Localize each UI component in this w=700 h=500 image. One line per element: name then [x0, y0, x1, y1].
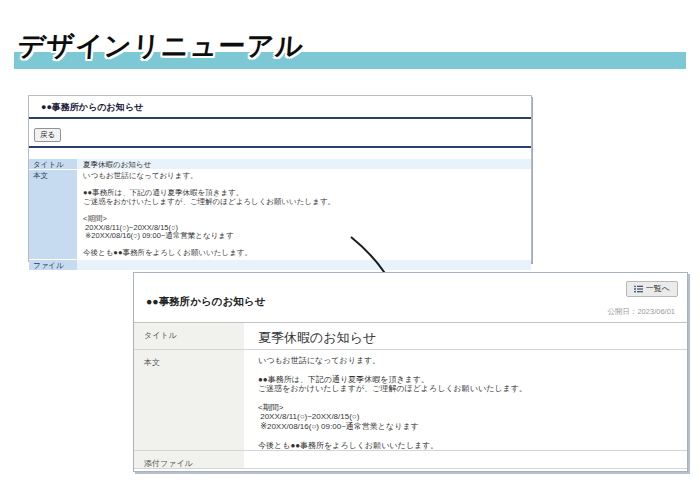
to-list-button[interactable]: 一覧へ — [626, 281, 678, 297]
body-line — [83, 206, 525, 215]
new-design-panel: 一覧へ ●●事務所からのお知らせ 公開日：2023/06/01 タイトル 夏季休… — [133, 272, 688, 472]
table-row: 添付ファイル — [134, 451, 687, 469]
table-row: タイトル 夏季休暇のお知らせ — [29, 158, 531, 169]
publish-date: 公開日：2023/06/01 — [607, 307, 675, 317]
body-line — [258, 365, 687, 374]
title-row-value: 夏季休暇のお知らせ — [244, 323, 687, 349]
body-line: <期間> — [258, 403, 687, 412]
body-line: ●●事務所は、下記の通り夏季休暇を頂きます。 — [258, 375, 687, 384]
title-row-value: 夏季休暇のお知らせ — [77, 159, 531, 169]
table-row: ファイル — [29, 259, 531, 270]
new-panel-table: タイトル 夏季休暇のお知らせ 本文 いつもお世話になっております。 ●●事務所は… — [134, 322, 687, 469]
body-line — [258, 431, 687, 440]
body-line: 20XX/8/11(○)~20XX/8/15(○) — [258, 412, 687, 421]
list-icon — [634, 285, 643, 293]
title-row-label: タイトル — [134, 323, 244, 349]
body-line: いつもお世話になっております。 — [83, 172, 525, 181]
body-line: ご迷惑をおかけいたしますが、ご理解のほどよろしくお願いいたします。 — [83, 198, 525, 207]
new-panel-header: ●●事務所からのお知らせ — [146, 295, 265, 309]
body-line — [258, 394, 687, 403]
body-line: 今後とも●●事務所をよろしくお願いいたします。 — [83, 249, 525, 258]
file-row-value — [77, 260, 531, 270]
body-row-label: 本文 — [134, 350, 244, 450]
body-line: ※20XX/08/16(○) 09:00~通常営業となります — [258, 422, 687, 431]
table-row: 本文 いつもお世話になっております。 ●●事務所は、下記の通り夏季休暇を頂きます… — [134, 350, 687, 451]
attachment-row-label: 添付ファイル — [134, 451, 244, 468]
old-design-panel: ●●事務所からのお知らせ 戻る タイトル 夏季休暇のお知らせ 本文 いつもお世話… — [28, 95, 532, 262]
table-row: タイトル 夏季休暇のお知らせ — [134, 323, 687, 350]
title-row-label: タイトル — [29, 159, 77, 169]
body-line: ご迷惑をおかけいたしますが、ご理解のほどよろしくお願いいたします。 — [258, 384, 687, 393]
slide-title: デザインリニューアル — [17, 28, 305, 64]
body-line: 今後とも●●事務所をよろしくお願いいたします。 — [258, 441, 687, 450]
body-line: ※20XX/08/16(○) 09:00~通常営業となります — [83, 232, 525, 241]
body-line: いつもお世話になっております。 — [258, 356, 687, 365]
attachment-row-value — [244, 451, 687, 468]
slide-canvas: デザインリニューアル ●●事務所からのお知らせ 戻る タイトル 夏季休暇のお知ら… — [0, 0, 700, 500]
old-panel-toolbar: 戻る — [29, 119, 531, 148]
old-panel-table: タイトル 夏季休暇のお知らせ 本文 いつもお世話になっております。 ●●事務所は… — [29, 158, 531, 270]
to-list-button-label: 一覧へ — [646, 284, 670, 294]
file-row-label: ファイル — [29, 260, 77, 270]
old-panel-header: ●●事務所からのお知らせ — [29, 96, 531, 119]
body-row-value: いつもお世話になっております。 ●●事務所は、下記の通り夏季休暇を頂きます。 ご… — [244, 350, 687, 450]
back-button[interactable]: 戻る — [34, 128, 61, 142]
body-row-value: いつもお世話になっております。 ●●事務所は、下記の通り夏季休暇を頂きます。 ご… — [77, 170, 531, 259]
body-row-label: 本文 — [29, 170, 77, 259]
table-row: 本文 いつもお世話になっております。 ●●事務所は、下記の通り夏季休暇を頂きます… — [29, 169, 531, 259]
